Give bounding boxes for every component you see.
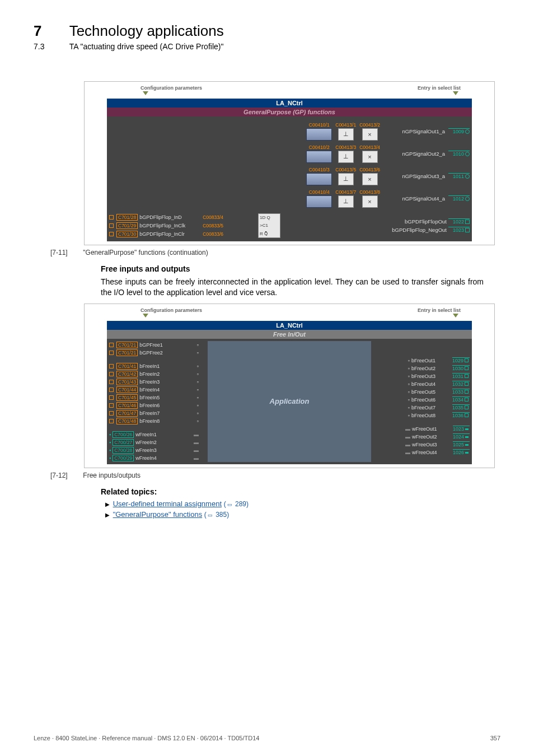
- param-label: C00410/3: [309, 167, 330, 172]
- input-port: C701/21: [116, 342, 138, 348]
- input-name: wFreeIn2: [135, 440, 157, 445]
- output-name: bFreeOut3: [411, 374, 451, 379]
- chapter-title: Technology applications: [69, 22, 224, 40]
- bullet-triangle-icon: ▶: [105, 512, 110, 518]
- bfreeout-row: ▫bFreeOut51033: [380, 388, 470, 396]
- input-name: bFreeIn2: [139, 371, 160, 377]
- figure-1: Configuration parameters Entry in select…: [84, 81, 495, 245]
- input-name: bFreeIn1: [139, 363, 160, 369]
- select-list-entry: 1030: [452, 365, 470, 371]
- bfreeout-row: ▫bFreeOut41032: [380, 380, 470, 388]
- wfreein-row: ▪C700/29wFreeIn4▬: [109, 454, 199, 462]
- gpfree-input-row: C701/21bGPFree1▫: [109, 341, 199, 349]
- param-label: C00410/4: [309, 189, 330, 195]
- input-port: C701/21: [116, 349, 138, 356]
- down-arrow-icon: [453, 91, 458, 95]
- related-link[interactable]: User-defined terminal assignment: [113, 500, 222, 508]
- config-params-label: Configuration parameters: [140, 85, 202, 91]
- multiply-icon: ×: [362, 173, 378, 185]
- select-list-entry: 1035: [452, 404, 470, 410]
- bfreein-row: C701/47bFreeIn7▫: [109, 409, 199, 417]
- input-name: wFreeIn4: [135, 455, 157, 461]
- wfreeout-row: ▬wFreeOut41026: [380, 449, 470, 456]
- output-name: wFreeOut2: [412, 434, 451, 440]
- select-list-entry: 1029: [452, 357, 470, 363]
- input-port: C701/48: [116, 418, 138, 424]
- input-name: bFreeIn6: [139, 403, 160, 408]
- switch-icon: ⊥: [338, 173, 354, 185]
- bfreein-row: C701/44bFreeIn4▫: [109, 386, 199, 394]
- param-label: C00833/4: [203, 214, 223, 220]
- input-name: bGPFree1: [139, 342, 163, 348]
- select-list-entry: 1023: [453, 426, 470, 432]
- input-name: bFreeIn8: [139, 418, 160, 424]
- gp-signal-row: C00410/4 C00413/7⊥ C00413/8× nGPSignalOu…: [109, 187, 470, 209]
- output-name: nGPSignalOut4_a: [383, 195, 445, 202]
- output-name: bFreeOut5: [411, 389, 451, 395]
- input-port: C700/27: [113, 439, 134, 446]
- wfreein-row: ▪C700/27wFreeIn2▬: [109, 438, 199, 446]
- select-list-entry: 1026: [453, 449, 470, 455]
- input-name: bFreeIn5: [139, 395, 160, 400]
- output-name: bFreeOut8: [411, 413, 451, 418]
- bfreein-row: C701/43bFreeIn3▫: [109, 378, 199, 386]
- param-label: C00413/3: [335, 144, 356, 150]
- related-link-row: ▶ "GeneralPurpose" functions ( 385): [105, 510, 484, 519]
- param-label: C00413/8: [359, 189, 380, 195]
- wfreein-row: ▪C700/26wFreeIn1▬: [109, 431, 199, 438]
- output-name: bFreeOut6: [411, 397, 451, 403]
- related-link[interactable]: "GeneralPurpose" functions: [113, 510, 203, 519]
- select-list-entry: 1034: [452, 396, 470, 403]
- bfreein-row: C701/48bFreeIn8▫: [109, 417, 199, 425]
- output-name: bGPDFlipFlopOut: [385, 218, 447, 225]
- down-arrow-icon: [143, 91, 148, 95]
- select-list-entry: 1011: [448, 173, 470, 179]
- input-port: C701/42: [116, 371, 138, 377]
- param-label: C00413/1: [335, 122, 356, 128]
- bfreeout-row: ▫bFreeOut71035: [380, 404, 470, 412]
- bfreeout-row: ▫bFreeOut31031: [380, 372, 470, 380]
- input-name: bGPFree2: [139, 350, 163, 356]
- input-port: C701/43: [116, 379, 138, 385]
- page-reference: ( 385): [204, 511, 229, 519]
- gpfree-input-row: C701/21bGPFree2▫: [109, 349, 199, 357]
- fig1-caption-text: "GeneralPurpose" functions (continuation…: [83, 249, 208, 256]
- output-name: bFreeOut7: [411, 405, 451, 410]
- gp-signal-row: C00410/3 C00413/5⊥ C00413/6× nGPSignalOu…: [109, 165, 470, 187]
- output-name: nGPSignalOut3_a: [383, 173, 445, 179]
- param-label: C00833/5: [203, 223, 223, 228]
- fig2-titlebar: LA_NCtrl: [107, 321, 472, 330]
- fig1-caption-id: [7-11]: [50, 249, 81, 256]
- param-label: C00410/1: [309, 122, 330, 128]
- bfreeout-row: ▫bFreeOut21030: [380, 365, 470, 372]
- bullet-triangle-icon: ▶: [105, 501, 110, 507]
- output-name: bFreeOut4: [411, 381, 451, 387]
- fig2-caption-id: [7-12]: [50, 472, 81, 479]
- input-port: C701/45: [116, 394, 138, 401]
- flipflop-box: 1D Q >C1 R Q̄: [258, 213, 280, 238]
- param-label: C00410/2: [309, 144, 330, 150]
- bfreeout-row: ▫bFreeOut61034: [380, 396, 470, 404]
- output-name: wFreeOut4: [412, 450, 451, 455]
- related-link-row: ▶ User-defined terminal assignment ( 289…: [105, 500, 484, 508]
- param-box: [306, 151, 332, 163]
- output-name: wFreeOut3: [412, 442, 451, 447]
- input-port: C700/28: [113, 447, 134, 454]
- input-name: bFreeIn4: [139, 387, 160, 393]
- flipflop-output-row: bGPDFlipFlop_NegOut 1023: [284, 226, 470, 234]
- flipflop-input-row: C701/28 bGPDFlipFlop_InD C00833/4: [109, 213, 255, 221]
- fig2-caption-text: Free inputs/outputs: [83, 472, 140, 479]
- input-name: wFreeIn1: [135, 432, 157, 437]
- output-name: nGPSignalOut1_a: [383, 128, 445, 134]
- page-reference: ( 289): [224, 500, 249, 508]
- output-name: bFreeOut1: [411, 358, 451, 363]
- param-box: [306, 195, 332, 208]
- book-icon: [226, 500, 233, 508]
- multiply-icon: ×: [362, 151, 378, 163]
- input-name: wFreeIn3: [135, 447, 157, 453]
- select-list-entry: 1022: [448, 218, 470, 225]
- flipflop-output-row: bGPDFlipFlopOut 1022: [284, 217, 470, 226]
- related-heading: Related topics:: [101, 487, 484, 496]
- input-port: C700/29: [113, 455, 134, 461]
- free-io-heading: Free inputs and outputs: [101, 264, 484, 273]
